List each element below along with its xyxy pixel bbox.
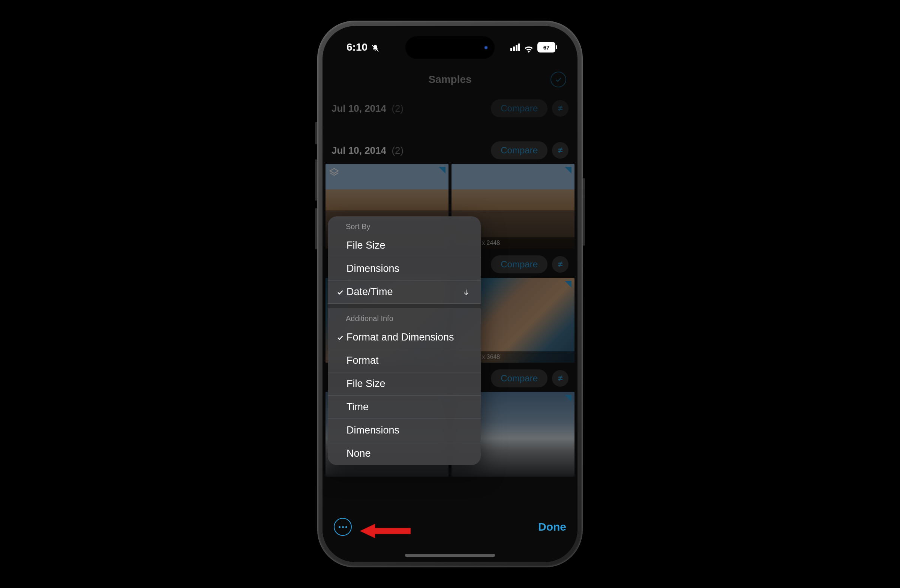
menu-separator [328, 304, 481, 308]
compare-button[interactable]: Compare [491, 141, 548, 159]
group-date: Jul 10, 2014 [332, 103, 386, 114]
photo-group: Jul 10, 2014 (2) Compare ≠ [323, 93, 577, 122]
volume-up-button [315, 159, 317, 201]
compare-button[interactable]: Compare [491, 369, 548, 387]
group-date: Jul 10, 2014 [332, 145, 386, 156]
selected-corner-icon [565, 395, 571, 402]
wifi-icon [524, 43, 534, 51]
info-option-time[interactable]: Time [328, 396, 481, 419]
screen: 6:10 67 Samples [323, 26, 577, 562]
dynamic-island [405, 36, 495, 59]
sort-option-dimensions[interactable]: Dimensions [328, 257, 481, 281]
arrow-down-icon [461, 289, 472, 296]
selected-corner-icon [565, 167, 571, 174]
stack-icon [329, 168, 339, 177]
battery-indicator: 67 [537, 42, 557, 53]
more-options-button[interactable] [334, 518, 352, 536]
menu-section-title: Sort By [328, 216, 481, 234]
diff-button[interactable]: ≠ [552, 100, 568, 116]
page-title: Samples [428, 73, 472, 85]
done-button[interactable]: Done [538, 520, 566, 533]
menu-section-title: Additional Info [328, 308, 481, 326]
menu-item-label: Dimensions [346, 425, 472, 436]
selected-corner-icon [439, 167, 445, 174]
menu-item-label: File Size [346, 240, 461, 251]
selected-corner-icon [565, 281, 571, 288]
menu-item-label: None [346, 448, 472, 459]
diff-button[interactable]: ≠ [552, 370, 568, 386]
sort-option-file-size[interactable]: File Size [328, 234, 481, 257]
status-time: 6:10 [346, 41, 368, 53]
checkmark-icon [335, 289, 346, 296]
menu-item-label: Time [346, 401, 472, 413]
menu-item-label: Format and Dimensions [346, 332, 472, 343]
battery-percent: 67 [543, 44, 550, 51]
app-content: Samples Jul 10, 2014 (2) Compare ≠ [323, 26, 577, 562]
info-option-format[interactable]: Format [328, 349, 481, 372]
menu-item-label: File Size [346, 378, 472, 389]
checkmark-icon [555, 76, 562, 83]
svg-marker-1 [330, 168, 338, 173]
nav-bar: Samples [323, 67, 577, 93]
select-all-button[interactable] [551, 71, 566, 87]
group-count: (2) [391, 103, 403, 114]
info-option-file-size[interactable]: File Size [328, 372, 481, 396]
ellipsis-icon [338, 526, 347, 528]
diff-button[interactable]: ≠ [552, 256, 568, 273]
silent-mode-icon [371, 43, 380, 51]
bottom-toolbar: Done [323, 504, 577, 562]
cellular-signal-icon [511, 43, 520, 51]
compare-button[interactable]: Compare [491, 255, 548, 273]
camera-indicator-icon [484, 46, 488, 50]
menu-item-label: Format [346, 355, 472, 366]
info-option-dimensions[interactable]: Dimensions [328, 419, 481, 442]
compare-button[interactable]: Compare [491, 99, 548, 117]
power-button [583, 178, 585, 246]
menu-item-label: Dimensions [346, 263, 461, 275]
checkmark-icon [335, 334, 346, 341]
group-count: (2) [391, 145, 403, 156]
sort-option-date-time[interactable]: Date/Time [328, 281, 481, 304]
info-option-format-dimensions[interactable]: Format and Dimensions [328, 326, 481, 349]
menu-item-label: Date/Time [346, 286, 461, 298]
info-option-none[interactable]: None [328, 442, 481, 465]
volume-down-button [315, 208, 317, 249]
home-indicator[interactable] [405, 554, 495, 557]
phone-frame: 6:10 67 Samples [317, 21, 583, 567]
diff-button[interactable]: ≠ [552, 142, 568, 158]
context-menu: Sort By File Size Dimensions Date/Time [328, 216, 481, 465]
mute-switch [315, 122, 317, 144]
